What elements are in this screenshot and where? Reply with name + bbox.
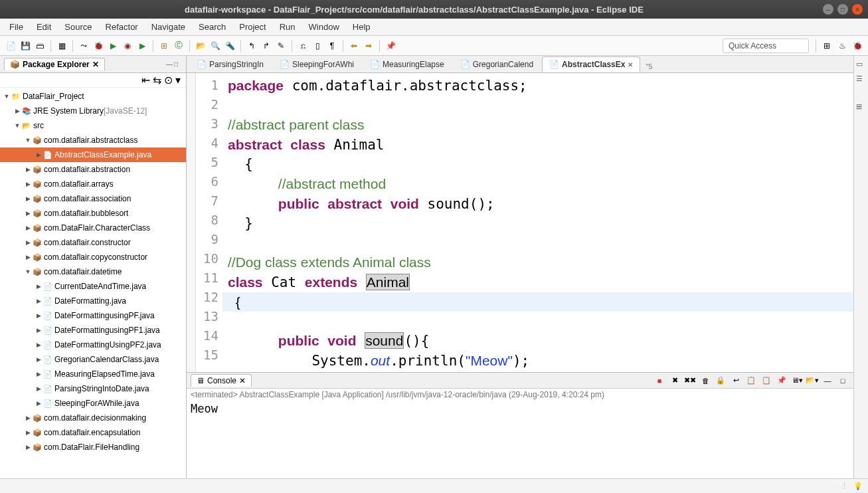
clear-console-icon[interactable]: 🗑	[699, 374, 712, 387]
expand-twisty-icon[interactable]: ▶	[24, 210, 32, 217]
menu-refactor[interactable]: Refactor	[100, 21, 143, 33]
editor-tab[interactable]: 📄AbstractClassEx✕	[542, 56, 640, 72]
marker-bar[interactable]	[187, 73, 196, 372]
minimize-view-icon[interactable]: —	[166, 60, 174, 68]
debug-icon[interactable]: 🐞	[92, 39, 105, 52]
tree-item[interactable]: ▶📦com.dataflair.association	[0, 191, 186, 206]
expand-twisty-icon[interactable]: ▶	[35, 327, 43, 334]
search-icon[interactable]: 🔦	[223, 39, 236, 52]
save-icon[interactable]: 💾	[19, 39, 32, 52]
expand-twisty-icon[interactable]: ▶	[24, 415, 32, 421]
tree-item[interactable]: ▼📁DataFlair_Project	[0, 89, 186, 104]
menu-file[interactable]: File	[4, 21, 29, 33]
annotation-prev-icon[interactable]: ↰	[245, 39, 258, 52]
tree-item[interactable]: ▼📦com.dataflair.datetime	[0, 264, 186, 279]
back-icon[interactable]: ⬅	[347, 39, 361, 52]
tree-item[interactable]: ▶📄DateFormatting.java	[0, 294, 186, 308]
close-icon[interactable]: ✕	[92, 60, 99, 69]
package-explorer-tab[interactable]: 📦 Package Explorer ✕	[4, 58, 105, 70]
tree-item[interactable]: ▶📄CurrentDateAndTime.java	[0, 279, 186, 294]
show-stdout-icon[interactable]: 📋	[744, 374, 758, 387]
editor-tab[interactable]: 📄SleepingForAWhi	[272, 56, 361, 72]
expand-twisty-icon[interactable]: ▶	[35, 356, 43, 363]
remove-launch-icon[interactable]: ✖	[668, 374, 681, 387]
expand-twisty-icon[interactable]: ▶	[13, 108, 21, 114]
expand-twisty-icon[interactable]: ▶	[35, 283, 43, 290]
skip-breakpoints-icon[interactable]: ⤳	[77, 39, 90, 52]
toggle-mark-icon[interactable]: ⎌	[296, 39, 309, 52]
new-class-icon[interactable]: Ⓒ	[172, 39, 185, 52]
pin-console-icon[interactable]: 📌	[775, 374, 788, 387]
expand-twisty-icon[interactable]: ▶	[24, 166, 32, 173]
new-package-icon[interactable]: ⊞	[157, 39, 171, 52]
expand-twisty-icon[interactable]: ▶	[35, 371, 43, 377]
tree-item[interactable]: ▶📦com.dataflair.decisionmaking	[0, 411, 186, 425]
java-perspective-icon[interactable]: ♨	[835, 39, 849, 52]
new-icon[interactable]: 📄	[4, 39, 17, 52]
annotation-next-icon[interactable]: ↱	[260, 39, 273, 52]
close-tab-icon[interactable]: ✕	[628, 61, 633, 68]
expand-twisty-icon[interactable]: ▼	[3, 93, 11, 100]
menu-window[interactable]: Window	[304, 21, 345, 33]
tree-item[interactable]: ▶📦com.dataflair.abstraction	[0, 162, 186, 177]
expand-twisty-icon[interactable]: ▼	[24, 268, 32, 275]
expand-twisty-icon[interactable]: ▶	[35, 385, 43, 392]
tree-item[interactable]: ▶📄AbstractClassExample.java	[0, 148, 186, 162]
scroll-lock-icon[interactable]: 🔒	[714, 374, 727, 387]
save-all-icon[interactable]: 🗃	[33, 39, 46, 52]
view-menu-icon[interactable]: ▾	[175, 74, 181, 86]
tree-item[interactable]: ▶📚JRE System Library [JavaSE-12]	[0, 104, 186, 118]
console-tab[interactable]: 🖥 Console ✕	[191, 374, 252, 387]
forward-icon[interactable]: ➡	[362, 39, 375, 52]
expand-twisty-icon[interactable]: ▶	[35, 342, 43, 348]
tree-item[interactable]: ▶📄DateFormattingusingPF1.java	[0, 323, 186, 338]
expand-twisty-icon[interactable]: ▶	[35, 400, 43, 407]
expand-twisty-icon[interactable]: ▶	[24, 181, 32, 187]
tree-item[interactable]: ▶📄GregorianCalendarClass.java	[0, 352, 186, 367]
tree-item[interactable]: ▶📦com.DataFlair.FileHandling	[0, 440, 186, 454]
tree-item[interactable]: ▼📦com.dataflair.abstractclass	[0, 133, 186, 148]
expand-twisty-icon[interactable]: ▼	[24, 137, 32, 144]
expand-twisty-icon[interactable]: ▶	[24, 195, 32, 202]
tree-item[interactable]: ▶📦com.dataflair.constructor	[0, 235, 186, 250]
expand-twisty-icon[interactable]: ▶	[35, 298, 43, 304]
open-perspective-icon[interactable]: ⊞	[820, 39, 833, 52]
console-output[interactable]: Meow	[187, 401, 853, 478]
maximize-console-icon[interactable]: □	[836, 374, 849, 387]
tip-icon[interactable]: 💡	[853, 482, 863, 490]
display-console-icon[interactable]: 🖥▾	[790, 374, 804, 387]
editor-body[interactable]: 1 2 3 4 5 6 7 8 9 10 11 12 13 14 15 pack…	[187, 73, 853, 372]
tree-item[interactable]: ▶📦com.dataflair.encapsulation	[0, 425, 186, 440]
minimize-console-icon[interactable]: —	[821, 374, 834, 387]
expand-twisty-icon[interactable]: ▼	[13, 122, 21, 129]
drag-handle-icon[interactable]: ⋮	[841, 482, 848, 490]
expand-twisty-icon[interactable]: ▶	[24, 254, 32, 260]
tree-item[interactable]: ▶📦com.DataFlair.CharacterClass	[0, 221, 186, 235]
code-area[interactable]: package com.dataflair.abstractclass; //a…	[222, 73, 853, 372]
focus-icon[interactable]: ⊙	[164, 74, 173, 86]
debug-perspective-icon[interactable]: 🐞	[851, 39, 864, 52]
maximize-view-icon[interactable]: □	[174, 60, 182, 68]
expand-twisty-icon[interactable]: ▶	[35, 312, 43, 319]
run-last-icon[interactable]: ▶	[135, 39, 149, 52]
editor-tab[interactable]: 📄GregorianCalend	[453, 56, 541, 72]
tree-item[interactable]: ▶📄MeasuringElapsedTime.java	[0, 367, 186, 381]
open-task-icon[interactable]: 🔍	[209, 39, 222, 52]
menu-source[interactable]: Source	[59, 21, 97, 33]
tree-item[interactable]: ▶📄DateFormattingusingPF.java	[0, 308, 186, 323]
expand-twisty-icon[interactable]: ▶	[35, 151, 43, 158]
show-stderr-icon[interactable]: 📋	[760, 374, 773, 387]
expand-twisty-icon[interactable]: ▶	[24, 225, 32, 231]
open-console-icon[interactable]: 📂▾	[806, 374, 819, 387]
tree-item[interactable]: ▶📦com.dataflair.arrays	[0, 177, 186, 191]
restore-view-icon[interactable]: ▭	[856, 60, 867, 70]
tab-overflow-button[interactable]: "5	[642, 60, 656, 72]
terminate-icon[interactable]: ■	[653, 374, 666, 387]
menu-run[interactable]: Run	[274, 21, 301, 33]
tree-item[interactable]: ▶📄SleepingForAWhile.java	[0, 396, 186, 411]
tree-item[interactable]: ▶📄DateFormattingUsingPF2.java	[0, 338, 186, 352]
task-list-icon[interactable]: ☰	[856, 74, 867, 85]
close-button[interactable]: ×	[852, 4, 863, 15]
tree-item[interactable]: ▶📦com.dataflair.bubblesort	[0, 206, 186, 221]
menu-navigate[interactable]: Navigate	[146, 21, 191, 33]
